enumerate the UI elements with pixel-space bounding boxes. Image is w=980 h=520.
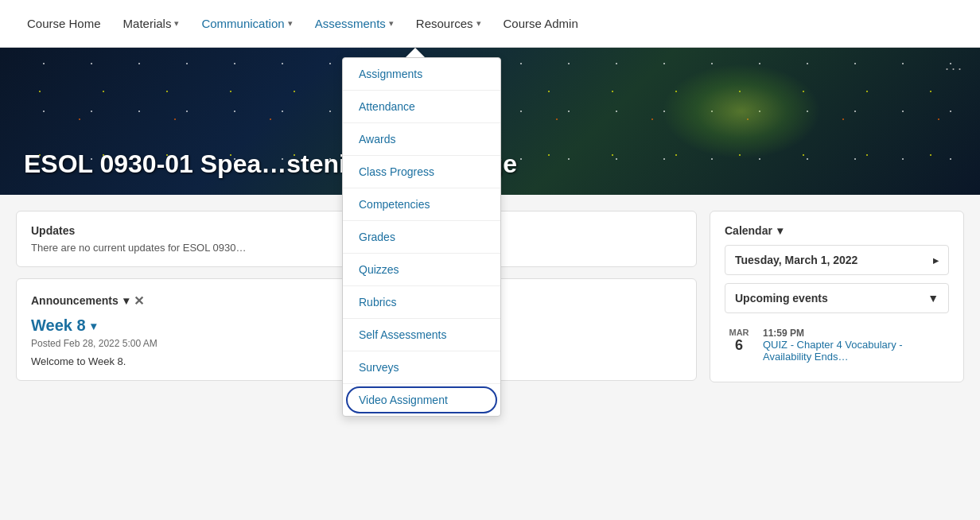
calendar-next-arrow[interactable]: ▸: [933, 254, 939, 266]
dropdown-item-quizzes[interactable]: Quizzes: [343, 254, 500, 286]
right-column: Calendar ▾ Tuesday, March 1, 2022 ▸ Upco…: [710, 211, 964, 382]
nav-assessments-label: Assessments: [315, 17, 386, 30]
nav-communication-label: Communication: [201, 17, 284, 30]
dropdown-item-class-progress[interactable]: Class Progress: [343, 156, 500, 188]
dropdown-item-grades[interactable]: Grades: [343, 221, 500, 254]
nav-course-home[interactable]: Course Home: [16, 0, 112, 47]
upcoming-events-title: Upcoming events: [735, 292, 828, 305]
dropdown-item-assignments[interactable]: Assignments: [343, 58, 500, 91]
nav-materials-chevron: ▾: [174, 18, 179, 29]
nav-assessments-chevron: ▾: [389, 18, 394, 29]
nav-course-home-label: Course Home: [27, 17, 101, 30]
nav-communication-chevron: ▾: [288, 18, 293, 29]
dropdown-item-competencies[interactable]: Competencies: [343, 188, 500, 221]
upcoming-events-header[interactable]: Upcoming events ▼: [725, 283, 949, 313]
hero-glow: [662, 64, 821, 159]
nav-communication[interactable]: Communication ▾: [190, 0, 303, 47]
calendar-title: Calendar: [725, 224, 772, 237]
calendar-date: Tuesday, March 1, 2022: [735, 254, 858, 266]
nav-resources[interactable]: Resources ▾: [405, 0, 492, 47]
announcements-title: Announcements: [31, 294, 119, 307]
nav-materials-label: Materials: [123, 17, 172, 30]
calendar-card: Calendar ▾ Tuesday, March 1, 2022 ▸ Upco…: [710, 211, 964, 382]
close-announcement-button[interactable]: ✕: [134, 293, 144, 309]
event-month: MAR: [729, 328, 749, 337]
nav-assessments[interactable]: Assessments ▾: [304, 0, 405, 47]
announcements-chevron[interactable]: ▾: [123, 294, 129, 307]
dropdown-item-attendance[interactable]: Attendance: [343, 91, 500, 123]
event-name[interactable]: QUIZ - Chapter 4 Vocabulary - Availabili…: [763, 339, 949, 363]
hero-dots: ···: [945, 60, 964, 77]
dropdown-arrow: [406, 48, 425, 57]
nav-resources-chevron: ▾: [476, 18, 481, 29]
dropdown-menu: Assignments Attendance Awards Class Prog…: [342, 57, 501, 417]
calendar-date-row[interactable]: Tuesday, March 1, 2022 ▸: [725, 245, 949, 275]
event-details: 11:59 PM QUIZ - Chapter 4 Vocabulary - A…: [763, 328, 949, 363]
event-time: 11:59 PM: [763, 328, 949, 339]
event-day: 6: [735, 337, 743, 354]
dropdown-item-awards[interactable]: Awards: [343, 123, 500, 156]
dropdown-item-surveys[interactable]: Surveys: [343, 351, 500, 384]
nav-resources-label: Resources: [416, 17, 473, 30]
dropdown-item-self-assessments[interactable]: Self Assessments: [343, 319, 500, 351]
nav-materials[interactable]: Materials ▾: [112, 0, 191, 47]
event-item: MAR 6 11:59 PM QUIZ - Chapter 4 Vocabula…: [725, 321, 949, 369]
nav-course-admin[interactable]: Course Admin: [492, 0, 589, 47]
calendar-header: Calendar ▾: [725, 224, 949, 237]
assessments-dropdown: Assignments Attendance Awards Class Prog…: [342, 48, 501, 417]
top-navigation: Course Home Materials ▾ Communication ▾ …: [0, 0, 980, 48]
calendar-chevron[interactable]: ▾: [777, 224, 783, 237]
event-date-badge: MAR 6: [725, 328, 753, 363]
upcoming-events-chevron: ▼: [928, 292, 939, 305]
nav-course-admin-label: Course Admin: [504, 17, 578, 30]
dropdown-item-rubrics[interactable]: Rubrics: [343, 286, 500, 319]
dropdown-item-video-assignment[interactable]: Video Assignment: [343, 384, 500, 416]
week-chevron: ▾: [91, 320, 96, 332]
